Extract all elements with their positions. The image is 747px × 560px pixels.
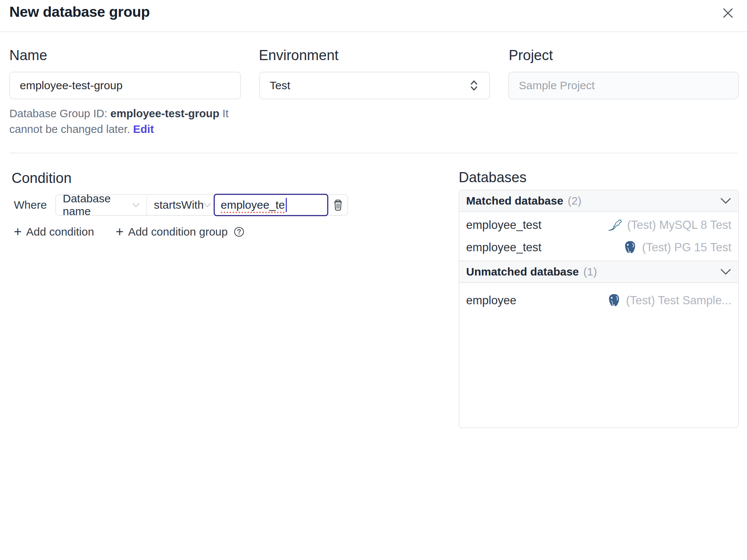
database-name: employee bbox=[466, 294, 516, 307]
project-label: Project bbox=[509, 46, 553, 64]
instance-label: (Test) MySQL 8 Test bbox=[627, 218, 731, 232]
condition-field-select[interactable]: Database name bbox=[56, 195, 146, 215]
name-input[interactable]: employee-test-group bbox=[9, 72, 241, 99]
unmatched-database-title: Unmatched database bbox=[466, 265, 579, 278]
add-condition-group-label: Add condition group bbox=[128, 225, 228, 238]
plus-icon: + bbox=[116, 225, 124, 239]
condition-selectors: Database name startsWith bbox=[55, 194, 214, 216]
databases-heading: Databases bbox=[459, 168, 527, 187]
id-note-id: employee-test-group bbox=[111, 107, 220, 119]
chevron-down-icon bbox=[204, 203, 211, 208]
add-condition-group-button[interactable]: + Add condition group bbox=[116, 225, 244, 239]
edit-id-link[interactable]: Edit bbox=[133, 123, 154, 135]
condition-actions: + Add condition + Add condition group bbox=[14, 223, 244, 240]
text-caret bbox=[286, 198, 287, 212]
database-instance: (Test) MySQL 8 Test bbox=[608, 218, 731, 233]
close-icon bbox=[721, 6, 735, 20]
database-row: employee_test (Test) MySQL 8 Test bbox=[459, 214, 738, 236]
environment-label: Environment bbox=[259, 46, 338, 64]
matched-database-count: (2) bbox=[568, 195, 582, 207]
chevron-down-icon bbox=[132, 203, 140, 208]
instance-label: (Test) Test Sample... bbox=[626, 294, 731, 307]
database-name: employee_test bbox=[466, 241, 542, 254]
close-button[interactable] bbox=[718, 3, 738, 23]
add-condition-label: Add condition bbox=[26, 225, 94, 238]
databases-panel: Matched database (2) employee_test bbox=[459, 190, 739, 428]
chevron-down-icon bbox=[720, 197, 731, 204]
database-name: employee_test bbox=[466, 218, 542, 232]
where-label: Where bbox=[14, 194, 47, 216]
chevron-down-icon bbox=[720, 268, 731, 275]
condition-value-input[interactable]: employee_te bbox=[214, 194, 328, 216]
project-input-value: Sample Project bbox=[519, 79, 595, 92]
name-label: Name bbox=[9, 46, 47, 64]
page-title: New database group bbox=[9, 4, 150, 20]
database-row: employee_test (Test) PG 15 Test bbox=[459, 236, 738, 259]
section-divider bbox=[9, 153, 738, 153]
help-icon[interactable] bbox=[234, 227, 244, 237]
condition-operator-value: startsWith bbox=[154, 199, 204, 211]
environment-select-value: Test bbox=[270, 79, 290, 92]
add-condition-button[interactable]: + Add condition bbox=[14, 225, 94, 239]
environment-select[interactable]: Test bbox=[259, 72, 490, 99]
condition-row: Database name startsWith employee_te bbox=[55, 194, 348, 216]
database-row: employee (Test) Test Sample... bbox=[459, 285, 738, 316]
postgresql-icon bbox=[607, 293, 622, 308]
unmatched-database-count: (1) bbox=[583, 265, 597, 278]
database-instance: (Test) PG 15 Test bbox=[623, 240, 731, 255]
updown-chevron-icon bbox=[468, 78, 480, 93]
condition-heading: Condition bbox=[12, 169, 72, 187]
condition-field-value: Database name bbox=[63, 192, 132, 218]
matched-database-header[interactable]: Matched database (2) bbox=[459, 190, 738, 212]
id-note-prefix: Database Group ID: bbox=[9, 107, 111, 119]
matched-database-rows: employee_test (Test) MySQL 8 Test employ… bbox=[459, 212, 738, 261]
trash-icon bbox=[332, 199, 344, 211]
delete-condition-button[interactable] bbox=[328, 194, 348, 216]
plus-icon: + bbox=[14, 225, 22, 239]
unmatched-database-rows: employee (Test) Test Sample... bbox=[459, 283, 738, 318]
new-database-group-dialog: New database group Name Environment Proj… bbox=[0, 0, 747, 560]
condition-operator-select[interactable]: startsWith bbox=[147, 195, 214, 215]
database-group-id-note: Database Group ID: employee-test-group I… bbox=[9, 106, 254, 137]
condition-value-text: employee_te bbox=[221, 199, 285, 211]
matched-database-title: Matched database bbox=[466, 195, 563, 207]
name-input-value: employee-test-group bbox=[20, 79, 123, 92]
project-input[interactable]: Sample Project bbox=[508, 72, 739, 99]
instance-label: (Test) PG 15 Test bbox=[642, 241, 731, 254]
unmatched-database-header[interactable]: Unmatched database (1) bbox=[459, 261, 738, 283]
mysql-icon bbox=[608, 218, 623, 233]
postgresql-icon bbox=[623, 240, 638, 255]
database-instance: (Test) Test Sample... bbox=[607, 293, 731, 308]
header-divider bbox=[0, 31, 747, 32]
